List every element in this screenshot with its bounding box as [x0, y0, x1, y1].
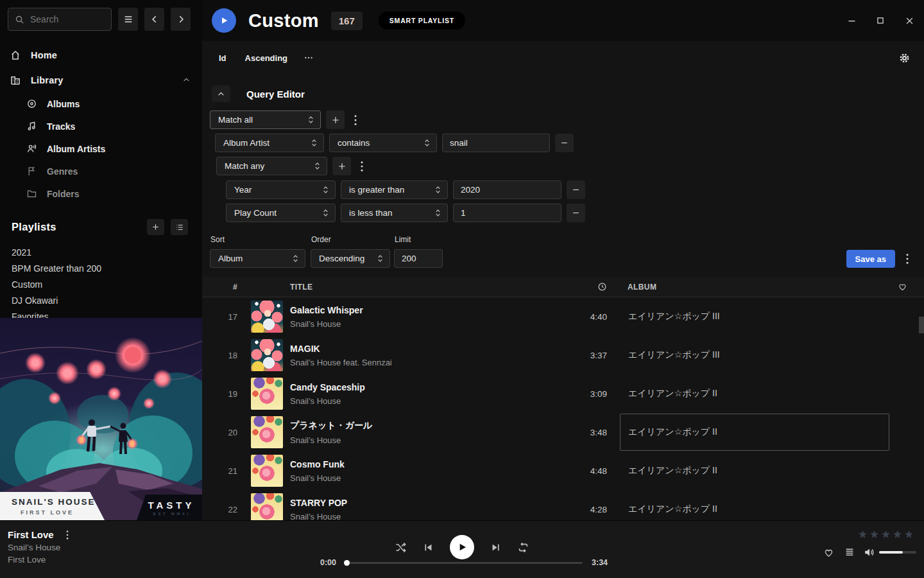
next-button[interactable] — [490, 542, 501, 553]
column-album[interactable]: ALBUM — [620, 283, 889, 292]
seek-bar[interactable] — [345, 562, 583, 564]
track-duration: 4:40 — [562, 312, 607, 322]
minimize-button[interactable] — [846, 15, 857, 26]
list-icon — [175, 223, 184, 232]
sort-field-button[interactable]: Id — [219, 53, 227, 63]
match-select[interactable]: Match all — [210, 110, 321, 129]
query-sort-select[interactable]: Album — [210, 249, 305, 268]
star-icon[interactable] — [880, 529, 891, 540]
queue-button[interactable] — [844, 547, 855, 557]
folders-icon — [26, 188, 37, 199]
remove-rule-button[interactable] — [555, 134, 574, 152]
sidebar-item-library[interactable]: Library — [0, 67, 202, 92]
cover-album: FIRST LOVE — [21, 509, 105, 516]
volume-button[interactable] — [864, 547, 875, 558]
playlist-list-button[interactable] — [171, 219, 188, 235]
query-order-select[interactable]: Descending — [311, 249, 390, 268]
track-row[interactable]: 20 プラネット・ガールSnail’s House 3:48 エイリアン☆ポップ… — [202, 413, 924, 451]
track-album[interactable]: エイリアン☆ポップ III — [620, 337, 889, 374]
save-options-button[interactable] — [902, 249, 913, 268]
add-playlist-button[interactable] — [147, 219, 164, 235]
playlist-item[interactable]: 2021 — [0, 244, 202, 260]
column-number[interactable]: # — [202, 283, 237, 292]
collapse-query-editor-button[interactable] — [212, 85, 230, 102]
settings-button[interactable] — [899, 53, 910, 64]
select-updown-icon — [323, 186, 329, 194]
sidebar-toolbar — [0, 0, 202, 37]
plus-icon — [338, 162, 346, 171]
track-album[interactable]: エイリアン☆ポップ II — [620, 375, 889, 412]
remove-rule-button[interactable] — [567, 204, 585, 222]
play-pause-button[interactable] — [450, 535, 474, 559]
query-limit-input[interactable] — [394, 249, 443, 268]
star-icon[interactable] — [903, 529, 914, 540]
tracks-icon — [26, 121, 37, 132]
add-rule-button[interactable] — [332, 157, 351, 175]
sidebar-item-genres[interactable]: Genres — [0, 160, 202, 182]
track-row[interactable]: 22 STARRY POPSnail’s House 4:28 エイリアン☆ポッ… — [202, 490, 924, 523]
close-button[interactable] — [904, 15, 914, 26]
more-options-button[interactable] — [304, 53, 314, 63]
rule-value-input[interactable] — [453, 204, 561, 222]
maximize-button[interactable] — [875, 15, 886, 26]
star-icon[interactable] — [892, 529, 903, 540]
star-icon[interactable] — [869, 529, 880, 540]
play-playlist-button[interactable] — [212, 8, 236, 33]
shuffle-button[interactable] — [395, 541, 407, 554]
playlist-item[interactable]: DJ Okawari — [0, 292, 202, 308]
nav-forward-button[interactable] — [171, 8, 191, 31]
now-playing-options-button[interactable] — [62, 530, 73, 540]
app-window: Home Library Albums — [0, 0, 924, 578]
add-rule-button[interactable] — [326, 110, 345, 129]
track-album[interactable]: エイリアン☆ポップ II — [620, 452, 889, 489]
column-favorite[interactable] — [889, 282, 915, 292]
group-options-button[interactable] — [356, 157, 368, 175]
rule-operator-select[interactable]: is less than — [341, 204, 448, 222]
match-select[interactable]: Match any — [216, 157, 327, 175]
menu-icon — [123, 14, 133, 24]
track-row[interactable]: 19 Candy SpaceshipSnail’s House 3:09 エイリ… — [202, 374, 924, 413]
group-options-button[interactable] — [350, 110, 361, 129]
seek-thumb[interactable] — [344, 560, 350, 566]
sidebar-item-folders[interactable]: Folders — [0, 182, 202, 205]
rule-value-input[interactable] — [442, 134, 550, 152]
previous-button[interactable] — [423, 542, 434, 553]
favorite-button[interactable] — [823, 547, 834, 558]
track-row[interactable]: 18 MAGIKSnail’s House feat. Sennzai 3:37… — [202, 336, 924, 374]
rule-operator-select[interactable]: is greater than — [341, 180, 448, 199]
rule-field-select[interactable]: Album Artist — [215, 134, 324, 152]
remove-rule-button[interactable] — [567, 180, 585, 199]
volume-slider[interactable] — [879, 551, 916, 554]
sidebar-item-album-artists[interactable]: Album Artists — [0, 137, 202, 160]
column-duration[interactable] — [562, 282, 607, 292]
track-album-art — [251, 493, 283, 523]
scrollbar-thumb[interactable] — [919, 317, 924, 333]
chevron-up-icon[interactable] — [182, 76, 191, 84]
sidebar-item-tracks[interactable]: Tracks — [0, 115, 202, 137]
search-input[interactable] — [30, 14, 105, 24]
track-album[interactable]: エイリアン☆ポップ II — [620, 491, 889, 523]
save-as-button[interactable]: Save as — [846, 250, 895, 268]
cover-artist-banner: SNAIL'S HOUSE FIRST LOVE — [0, 492, 105, 520]
rule-field-select[interactable]: Year — [226, 180, 336, 199]
sidebar-item-home[interactable]: Home — [0, 42, 202, 67]
rule-value-input[interactable] — [453, 180, 561, 199]
rule-operator-select[interactable]: contains — [329, 134, 437, 152]
sort-direction-button[interactable]: Ascending — [245, 53, 287, 63]
track-row[interactable]: 17 Galactic WhisperSnail’s House 4:40 エイ… — [202, 297, 924, 336]
cover-label-banner: TASTY EST MMXI — [137, 495, 202, 520]
genres-icon — [26, 166, 37, 177]
sidebar-item-albums[interactable]: Albums — [0, 92, 202, 115]
now-playing-album: First Love — [8, 555, 73, 565]
playlist-item[interactable]: Custom — [0, 276, 202, 292]
track-row[interactable]: 21 Cosmo FunkSnail’s House 4:48 エイリアン☆ポッ… — [202, 451, 924, 490]
track-album-focused[interactable]: エイリアン☆ポップ II — [620, 414, 889, 451]
column-title[interactable]: TITLE — [290, 283, 562, 292]
repeat-button[interactable] — [517, 541, 529, 554]
menu-button[interactable] — [118, 8, 138, 31]
track-album[interactable]: エイリアン☆ポップ III — [620, 298, 889, 335]
playlist-item[interactable]: BPM Greater than 200 — [0, 260, 202, 276]
rule-field-select[interactable]: Play Count — [226, 204, 336, 222]
nav-back-button[interactable] — [144, 8, 164, 31]
star-icon[interactable] — [857, 529, 868, 540]
